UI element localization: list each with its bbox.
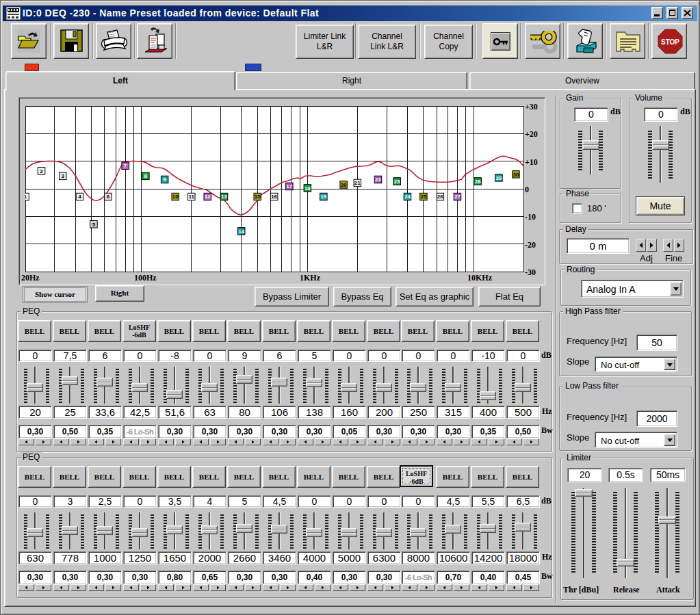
svg-text:7: 7 [124,163,127,169]
svg-text:28: 28 [475,179,481,185]
svg-text:26: 26 [437,194,443,200]
svg-text:22: 22 [375,176,381,183]
svg-text:6: 6 [107,194,110,200]
svg-text:14: 14 [238,228,244,235]
svg-text:9: 9 [163,176,166,183]
svg-text:24: 24 [404,194,411,200]
svg-text:27: 27 [454,194,461,200]
svg-text:2: 2 [40,168,43,174]
svg-text:21: 21 [354,180,361,186]
svg-text:8: 8 [144,173,148,179]
svg-text:20: 20 [341,182,347,188]
svg-text:23: 23 [394,179,400,185]
svg-text:STOP: STOP [661,38,679,46]
svg-text:11: 11 [188,194,194,200]
svg-text:3: 3 [61,173,64,179]
svg-text:30: 30 [513,172,519,178]
svg-text:18: 18 [304,185,311,192]
svg-text:25: 25 [420,194,426,200]
svg-text:17: 17 [286,183,292,189]
svg-text:12: 12 [205,194,211,200]
svg-text:15: 15 [255,194,261,200]
svg-text:4: 4 [78,194,81,200]
svg-text:10: 10 [172,194,179,200]
svg-text:16: 16 [271,194,277,200]
svg-text:5: 5 [92,222,96,228]
svg-text:19: 19 [320,194,326,200]
svg-text:29: 29 [495,175,502,181]
svg-text:13: 13 [221,194,227,200]
